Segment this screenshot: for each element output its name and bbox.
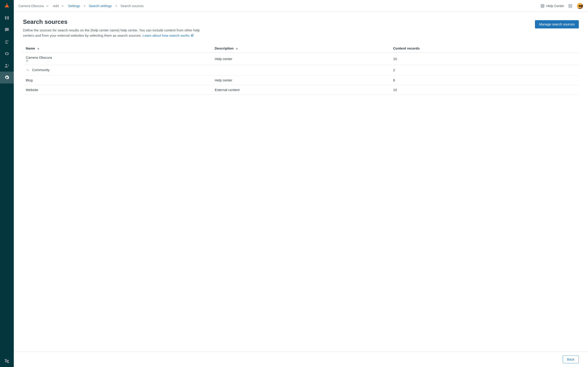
add-dropdown[interactable]: Add: [53, 4, 64, 8]
main-area: Camera Obscura Add Settings Search setti…: [14, 0, 588, 367]
home-logo[interactable]: [0, 0, 14, 12]
cell-description: Help center: [212, 53, 390, 65]
row-name: Website: [26, 88, 38, 92]
cell-records: 10: [390, 85, 579, 94]
chevron-down-icon: [61, 5, 64, 7]
crumb-search-settings[interactable]: Search settings: [89, 4, 112, 8]
table-row[interactable]: BlogHelp center8: [23, 75, 579, 85]
lock-icon: [26, 59, 209, 62]
sources-table: Name Description Content records Camera …: [23, 44, 579, 95]
back-button[interactable]: Back: [563, 356, 579, 363]
cell-records: 10: [390, 53, 579, 65]
svg-marker-1: [6, 3, 8, 4]
chevron-right-icon: [115, 5, 117, 7]
sort-icon: [37, 48, 39, 50]
col-description[interactable]: Description: [212, 44, 390, 53]
table-row[interactable]: WebsiteExternal content10: [23, 85, 579, 94]
lines-icon: [4, 39, 9, 44]
svg-point-5: [6, 64, 7, 66]
chat-alert-icon: [4, 27, 9, 32]
cell-name: Website: [23, 85, 212, 94]
svg-marker-0: [5, 4, 9, 7]
cell-records: 8: [390, 75, 579, 85]
col-records[interactable]: Content records: [390, 44, 579, 53]
content: Search sources Define the sources for se…: [14, 12, 588, 352]
app-sidebar: [0, 0, 14, 367]
triangle-up-icon: [4, 3, 10, 9]
row-name: Blog: [26, 78, 33, 82]
col-description-label: Description: [215, 46, 234, 50]
crumb-current: Search sources: [121, 4, 144, 8]
manage-search-sources-button[interactable]: Manage search sources: [535, 20, 579, 28]
sub-arrow-icon: [26, 68, 30, 72]
topbar: Camera Obscura Add Settings Search setti…: [14, 0, 588, 12]
footer: Back: [14, 352, 588, 367]
user-lock-icon: [4, 63, 9, 68]
book-icon: [4, 15, 9, 20]
chevron-right-icon: [83, 5, 86, 7]
svg-rect-12: [571, 6, 572, 7]
cell-records: 2: [390, 65, 579, 75]
cell-description: External content: [212, 85, 390, 94]
grid-icon: [568, 4, 572, 8]
breadcrumb: Settings Search settings Search sources: [68, 4, 144, 8]
table-row[interactable]: Camera ObscuraHelp center10: [23, 53, 579, 65]
svg-rect-6: [8, 65, 9, 65]
svg-rect-10: [571, 4, 572, 6]
sidebar-item-settings[interactable]: [0, 72, 14, 83]
page-description: Define the sources for search results on…: [23, 28, 211, 38]
workspace-name: Camera Obscura: [18, 4, 44, 8]
svg-rect-11: [569, 6, 570, 7]
svg-point-8: [542, 5, 543, 7]
gear-icon: [4, 75, 9, 80]
page-title: Search sources: [23, 18, 211, 25]
cell-name: Community: [23, 65, 212, 75]
zendesk-icon: [4, 358, 10, 364]
help-center-label: Help Center: [546, 4, 564, 8]
chevron-down-icon: [46, 5, 49, 7]
sidebar-item-arrange[interactable]: [0, 36, 14, 48]
learn-link[interactable]: Learn about how search works: [143, 33, 194, 38]
sidebar-item-users[interactable]: [0, 60, 14, 72]
svg-rect-9: [569, 4, 570, 6]
learn-link-label: Learn about how search works: [143, 33, 190, 38]
workspace-dropdown[interactable]: Camera Obscura: [18, 4, 49, 8]
avatar[interactable]: [577, 2, 583, 9]
lifering-icon: [540, 4, 545, 8]
col-name[interactable]: Name: [23, 44, 212, 53]
sidebar-item-preview[interactable]: [0, 48, 14, 60]
apps-grid-button[interactable]: [568, 4, 572, 8]
sidebar-item-guide[interactable]: [0, 12, 14, 24]
crumb-settings[interactable]: Settings: [68, 4, 80, 8]
col-name-label: Name: [26, 46, 35, 50]
external-link-icon: [191, 34, 194, 37]
eye-icon: [4, 51, 9, 56]
cell-name: Blog: [23, 75, 212, 85]
cell-description: Help center: [212, 75, 390, 85]
add-label: Add: [53, 4, 59, 8]
table-row[interactable]: Community2: [23, 65, 579, 75]
sidebar-item-zendesk[interactable]: [0, 355, 14, 367]
svg-rect-2: [5, 41, 9, 41]
sidebar-item-feedback[interactable]: [0, 24, 14, 36]
sort-icon: [236, 48, 238, 50]
row-name: Camera Obscura: [26, 56, 52, 59]
row-name: Community: [32, 68, 50, 72]
help-center-link[interactable]: Help Center: [540, 4, 564, 8]
col-records-label: Content records: [393, 46, 420, 50]
svg-rect-3: [5, 42, 7, 42]
svg-rect-4: [5, 43, 8, 44]
cell-name: Camera Obscura: [23, 53, 212, 65]
cell-description: [212, 65, 390, 75]
